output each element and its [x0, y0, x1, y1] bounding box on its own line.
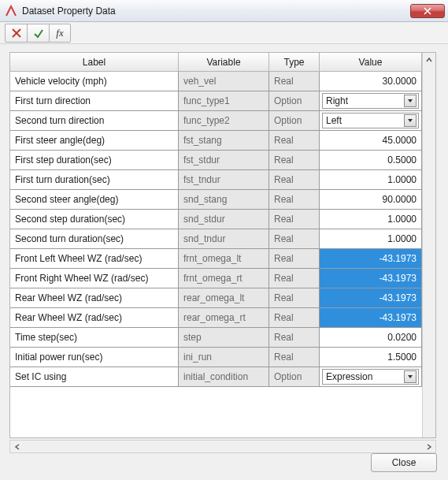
toolbar-accept-button[interactable]: [27, 24, 49, 43]
col-header-variable[interactable]: Variable: [179, 53, 269, 72]
label-cell[interactable]: First step duration(sec): [10, 151, 178, 169]
type-cell: Real: [269, 328, 319, 347]
value-cell[interactable]: 1.5000: [320, 348, 421, 367]
type-cell: Real: [269, 348, 319, 367]
chevron-down-icon: [404, 370, 417, 383]
type-cell: Real: [269, 288, 319, 307]
x-icon: [11, 28, 22, 39]
label-cell[interactable]: Second steer angle(deg): [10, 190, 178, 209]
col-header-type[interactable]: Type: [269, 53, 320, 72]
type-cell: Real: [269, 190, 319, 209]
toolbar-cancel-button[interactable]: [5, 24, 27, 43]
table-row: Second step duration(sec)snd_stdurReal1.…: [10, 210, 422, 229]
label-cell[interactable]: Time step(sec): [10, 328, 178, 347]
type-cell: Option: [269, 111, 319, 130]
scroll-right-button[interactable]: [422, 441, 435, 452]
value-dropdown[interactable]: Expression: [322, 369, 419, 385]
window-title: Dataset Property Data: [22, 6, 410, 17]
label-cell[interactable]: Second turn duration(sec): [10, 229, 178, 248]
label-cell[interactable]: First turn direction: [10, 91, 178, 110]
table-row: Front Right Wheel WZ (rad/sec)frnt_omega…: [10, 269, 422, 288]
variable-cell: frnt_omega_rt: [179, 269, 268, 288]
table-row: First turn directionfunc_type1OptionRigh…: [10, 91, 422, 111]
horizontal-scrollbar[interactable]: [9, 440, 436, 453]
fx-icon: fx: [56, 27, 63, 39]
value-cell: Expression: [320, 367, 421, 386]
table-row: Second turn directionfunc_type2OptionLef…: [10, 111, 422, 131]
variable-cell: func_type2: [179, 111, 268, 130]
label-cell[interactable]: Rear Wheel WZ (rad/sec): [10, 288, 178, 307]
scroll-left-button[interactable]: [10, 441, 24, 452]
col-header-value[interactable]: Value: [320, 53, 422, 72]
value-dropdown[interactable]: Right: [322, 93, 419, 109]
value-cell: Left: [320, 111, 421, 130]
type-cell: Real: [269, 170, 319, 189]
value-cell[interactable]: 90.0000: [320, 190, 421, 209]
value-cell[interactable]: 0.0200: [320, 328, 421, 347]
grid-container: Label Variable Type Value Vehicle veloci…: [9, 52, 436, 438]
value-cell[interactable]: -43.1973: [320, 249, 421, 268]
variable-cell: func_type1: [179, 91, 268, 110]
type-cell: Option: [269, 91, 319, 110]
table-row: First steer angle(deg)fst_stangReal45.00…: [10, 131, 422, 151]
window-close-button[interactable]: [410, 4, 445, 18]
value-cell[interactable]: 30.0000: [320, 72, 421, 91]
toolbar-fx-button[interactable]: fx: [49, 24, 71, 43]
app-icon: [5, 5, 17, 17]
type-cell: Real: [269, 72, 319, 91]
col-header-label[interactable]: Label: [10, 53, 179, 72]
type-cell: Real: [269, 131, 319, 150]
label-cell[interactable]: Initial power run(sec): [10, 348, 178, 367]
table-row: Rear Wheel WZ (rad/sec)rear_omega_rtReal…: [10, 308, 422, 328]
close-icon: [424, 7, 431, 15]
dialog-footer: Close: [371, 453, 437, 472]
scroll-track[interactable]: [24, 441, 422, 452]
value-cell[interactable]: 1.0000: [320, 229, 421, 248]
value-cell[interactable]: 45.0000: [320, 131, 421, 150]
variable-cell: initial_condition: [179, 367, 268, 386]
scroll-up-button[interactable]: [422, 53, 435, 66]
type-cell: Real: [269, 249, 319, 268]
table-row: Time step(sec)stepReal0.0200: [10, 328, 422, 348]
label-cell[interactable]: Front Left Wheel WZ (rad/sec): [10, 249, 178, 268]
table-row: Front Left Wheel WZ (rad/sec)frnt_omega_…: [10, 249, 422, 269]
label-cell[interactable]: First steer angle(deg): [10, 131, 178, 150]
value-cell[interactable]: -43.1973: [320, 269, 421, 288]
value-cell[interactable]: 1.0000: [320, 170, 421, 189]
property-table: Label Variable Type Value Vehicle veloci…: [10, 53, 422, 387]
check-icon: [33, 28, 44, 39]
value-cell[interactable]: 1.0000: [320, 210, 421, 229]
close-button[interactable]: Close: [371, 453, 437, 472]
label-cell[interactable]: Second turn direction: [10, 111, 178, 130]
table-row: First turn duration(sec)fst_tndurReal1.0…: [10, 170, 422, 190]
chevron-left-icon: [14, 444, 20, 450]
variable-cell: frnt_omega_lt: [179, 249, 268, 268]
value-cell[interactable]: 0.5000: [320, 151, 421, 169]
variable-cell: rear_omega_rt: [179, 308, 268, 327]
variable-cell: ini_run: [179, 348, 268, 367]
table-header-row: Label Variable Type Value: [10, 53, 422, 72]
value-cell[interactable]: -43.1973: [320, 308, 421, 327]
label-cell[interactable]: Vehicle velocity (mph): [10, 72, 178, 91]
table-row: Initial power run(sec)ini_runReal1.5000: [10, 348, 422, 367]
label-cell[interactable]: Set IC using: [10, 367, 178, 386]
label-cell[interactable]: Rear Wheel WZ (rad/sec): [10, 308, 178, 327]
type-cell: Real: [269, 229, 319, 248]
dropdown-value: Right: [326, 95, 404, 106]
label-cell[interactable]: Second step duration(sec): [10, 210, 178, 229]
chevron-up-icon: [426, 57, 432, 63]
type-cell: Real: [269, 308, 319, 327]
variable-cell: fst_stang: [179, 131, 268, 150]
toolbar: fx: [0, 22, 448, 44]
value-dropdown[interactable]: Left: [322, 113, 419, 128]
type-cell: Option: [269, 367, 319, 386]
vertical-scrollbar[interactable]: [422, 66, 435, 437]
variable-cell: snd_tndur: [179, 229, 268, 248]
variable-cell: fst_stdur: [179, 151, 268, 169]
variable-cell: fst_tndur: [179, 170, 268, 189]
label-cell[interactable]: First turn duration(sec): [10, 170, 178, 189]
variable-cell: step: [179, 328, 268, 347]
value-cell[interactable]: -43.1973: [320, 288, 421, 307]
label-cell[interactable]: Front Right Wheel WZ (rad/sec): [10, 269, 178, 288]
chevron-down-icon: [404, 114, 417, 127]
